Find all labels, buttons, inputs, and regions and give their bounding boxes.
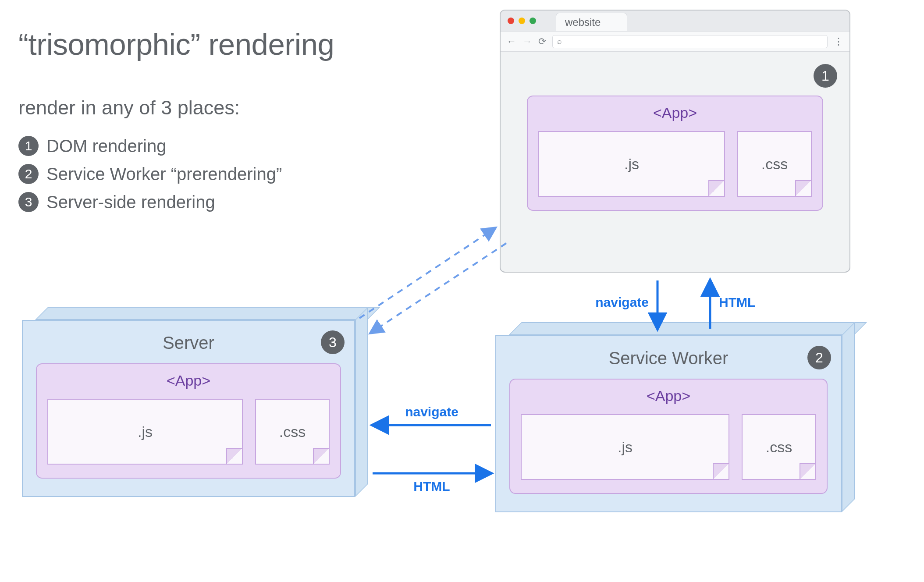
app-card: <App> .js .css [527,96,823,211]
file-ext: .css [761,156,788,173]
app-label: <App> [47,372,330,389]
url-bar: ⌕ [552,35,828,48]
app-label: <App> [538,104,812,121]
arrow-label: navigate [595,295,649,309]
arrow-label: HTML [413,479,450,493]
js-file-icon: .js [521,414,729,480]
file-ext: .js [618,439,633,456]
node-title: Server [36,333,341,353]
browser-toolbar: ← → ⟳ ⌕ ⋮ [501,32,849,52]
browser-tab: website [556,13,627,31]
back-icon: ← [507,36,516,47]
app-card: <App> .js .css [36,363,341,479]
page-fold-icon [795,180,811,196]
file-row: .js .css [538,131,812,197]
page-fold-icon [708,180,724,196]
legend-badge-2: 2 [18,164,39,184]
page-fold-icon [713,463,729,479]
box-side-face [355,307,368,497]
close-icon [508,18,514,24]
file-row: .js .css [521,414,816,480]
legend-label: Service Worker “prerendering” [46,164,282,184]
search-icon: ⌕ [557,37,562,46]
dashed-arrow [359,228,495,318]
arrow-label: navigate [405,405,458,419]
legend: 1 DOM rendering 2 Service Worker “preren… [18,136,282,220]
box-top-face [35,307,380,320]
file-ext: .css [279,423,306,440]
box-front-face: 3 Server <App> .js .css [22,320,355,497]
app-label: <App> [521,387,816,405]
file-ext: .css [766,439,792,456]
server-node: 3 Server <App> .js .css [22,307,355,497]
browser-window: website ← → ⟳ ⌕ ⋮ 1 <App> .js .css [500,10,850,273]
box-top-face [508,322,867,335]
forward-icon: → [522,36,532,47]
browser-titlebar: website [501,11,849,32]
reload-icon: ⟳ [538,36,546,47]
diagram-subtitle: render in any of 3 places: [18,96,240,119]
page-fold-icon [800,463,815,479]
page-fold-icon [313,448,329,464]
app-card: <App> .js .css [509,379,828,494]
legend-item: 3 Server-side rendering [18,192,282,212]
box-front-face: 2 Service Worker <App> .js .css [495,335,842,512]
legend-badge-3: 3 [18,192,39,212]
file-row: .js .css [47,399,330,465]
kebab-menu-icon: ⋮ [834,36,843,47]
file-ext: .js [138,423,153,440]
legend-item: 2 Service Worker “prerendering” [18,164,282,184]
node-badge-2: 2 [807,346,831,369]
file-ext: .js [624,156,639,173]
legend-label: Server-side rendering [46,192,215,212]
node-title: Service Worker [509,348,828,368]
arrow-label: HTML [719,295,755,309]
css-file-icon: .css [742,414,816,480]
traffic-lights [508,18,536,24]
legend-badge-1: 1 [18,136,39,156]
dashed-arrow [370,243,506,333]
legend-item: 1 DOM rendering [18,136,282,156]
legend-label: DOM rendering [46,136,166,156]
js-file-icon: .js [47,399,243,465]
browser-content: 1 <App> .js .css [501,52,849,272]
css-file-icon: .css [737,131,812,197]
js-file-icon: .js [538,131,725,197]
service-worker-node: 2 Service Worker <App> .js .css [495,322,842,512]
minimize-icon [519,18,525,24]
diagram-title: “trisomorphic” rendering [18,27,334,62]
maximize-icon [530,18,536,24]
box-side-face [842,322,855,512]
node-badge-1: 1 [814,64,837,88]
css-file-icon: .css [255,399,330,465]
node-badge-3: 3 [321,330,345,354]
page-fold-icon [226,448,242,464]
